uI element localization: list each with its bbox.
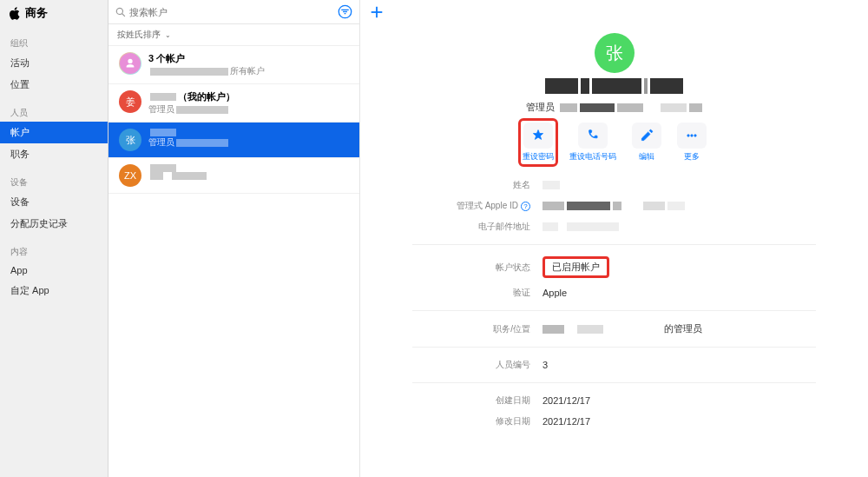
account-name: 3 个帐户 bbox=[148, 52, 349, 65]
action-label: 编辑 bbox=[639, 151, 654, 162]
field-label-verify: 验证 bbox=[412, 287, 542, 299]
field-value-personid: 3 bbox=[542, 360, 548, 370]
action-label: 重设密码 bbox=[523, 151, 554, 162]
apple-logo-icon bbox=[9, 7, 20, 20]
svg-point-8 bbox=[694, 135, 695, 136]
svg-point-7 bbox=[690, 135, 692, 136]
field-label-email: 电子邮件地址 bbox=[412, 221, 542, 233]
reset-phone-icon bbox=[578, 123, 608, 149]
account-name bbox=[148, 129, 349, 136]
sort-dropdown[interactable]: 按姓氏排序 ⌄ bbox=[108, 24, 359, 46]
account-list-item[interactable]: 3 个帐户所有帐户 bbox=[108, 46, 359, 84]
search-icon bbox=[115, 7, 126, 17]
account-subtext: 所有帐户 bbox=[148, 65, 349, 77]
sidebar-section-title: 内容 bbox=[0, 243, 108, 261]
avatar: 姜 bbox=[119, 90, 141, 113]
sidebar-section-title: 设备 bbox=[0, 174, 108, 191]
more-button[interactable]: 更多 bbox=[677, 123, 707, 162]
field-label-created: 创建日期 bbox=[412, 394, 542, 407]
search-input[interactable] bbox=[129, 7, 338, 17]
avatar: 张 bbox=[119, 129, 141, 151]
sidebar-item[interactable]: 帐户 bbox=[0, 122, 108, 143]
sidebar-item[interactable]: 分配历史记录 bbox=[0, 213, 108, 235]
reset-password-button[interactable]: 重设密码 bbox=[523, 123, 554, 162]
field-label-name: 姓名 bbox=[412, 179, 542, 191]
sidebar-section-title: 人员 bbox=[0, 104, 108, 122]
sidebar-item[interactable]: App bbox=[0, 261, 108, 280]
avatar: ZX bbox=[119, 164, 141, 187]
sidebar-item[interactable]: 职务 bbox=[0, 143, 108, 165]
svg-point-6 bbox=[687, 135, 688, 136]
chevron-down-icon: ⌄ bbox=[165, 31, 171, 39]
field-label-personid: 人员编号 bbox=[412, 359, 542, 371]
field-label-modified: 修改日期 bbox=[412, 415, 542, 427]
action-label: 更多 bbox=[684, 151, 700, 162]
detail-name-redacted bbox=[545, 78, 684, 94]
search-row bbox=[108, 0, 359, 24]
filter-icon[interactable] bbox=[338, 4, 352, 19]
detail-panel: 张 管理员 重设密码重设电话号码编辑更多 姓名 管理式 Apple ID? 电子… bbox=[360, 0, 868, 477]
account-subtext bbox=[148, 172, 349, 180]
field-value-created: 2021/12/17 bbox=[542, 395, 590, 406]
sidebar-item[interactable]: 活动 bbox=[0, 52, 108, 74]
account-list-panel: 按姓氏排序 ⌄ 3 个帐户所有帐户姜（我的帐户）管理员张管理员ZX bbox=[108, 0, 360, 477]
account-subtext: 管理员 bbox=[148, 103, 349, 116]
more-icon bbox=[677, 123, 707, 149]
detail-avatar: 张 bbox=[595, 33, 635, 73]
edit-icon bbox=[632, 123, 661, 149]
app-title: 商务 bbox=[25, 5, 48, 21]
account-subtext: 管理员 bbox=[148, 136, 349, 149]
field-label-status: 帐户状态 bbox=[412, 262, 542, 274]
account-list-item[interactable]: 张管理员 bbox=[108, 123, 359, 158]
detail-role-line: 管理员 bbox=[526, 101, 702, 114]
app-header: 商务 bbox=[0, 0, 108, 26]
status-highlight: 已启用帐户 bbox=[542, 256, 609, 278]
sidebar-item[interactable]: 自定 App bbox=[0, 280, 108, 301]
sidebar-item[interactable]: 位置 bbox=[0, 74, 108, 96]
add-icon[interactable] bbox=[369, 4, 385, 20]
sidebar-item[interactable]: 设备 bbox=[0, 191, 108, 213]
account-name bbox=[148, 164, 349, 172]
field-label-role: 职务/位置 bbox=[412, 323, 542, 335]
field-label-appleid: 管理式 Apple ID bbox=[457, 201, 518, 210]
info-icon[interactable]: ? bbox=[521, 202, 530, 211]
sidebar: 商务 组织活动位置人员帐户职务设备设备分配历史记录内容App自定 App bbox=[0, 0, 108, 477]
reset-password-icon bbox=[523, 123, 553, 149]
detail-fields: 姓名 管理式 Apple ID? 电子邮件地址 帐户状态已启用帐户 验证Appl… bbox=[360, 175, 868, 449]
sidebar-section-title: 组织 bbox=[0, 35, 108, 52]
account-list-item[interactable]: ZX bbox=[108, 158, 359, 194]
field-value-verify: Apple bbox=[542, 288, 567, 298]
account-list-item[interactable]: 姜（我的帐户）管理员 bbox=[108, 84, 359, 123]
reset-phone-button[interactable]: 重设电话号码 bbox=[569, 123, 616, 162]
action-label: 重设电话号码 bbox=[569, 151, 616, 162]
avatar bbox=[119, 52, 141, 75]
field-value-status: 已启用帐户 bbox=[552, 262, 600, 272]
edit-button[interactable]: 编辑 bbox=[632, 123, 661, 162]
detail-toolbar bbox=[360, 0, 868, 24]
sort-label: 按姓氏排序 bbox=[117, 30, 161, 39]
field-value-role: 的管理员 bbox=[664, 322, 702, 335]
detail-header: 张 管理员 重设密码重设电话号码编辑更多 bbox=[360, 24, 868, 175]
account-name: （我的帐户） bbox=[148, 90, 349, 103]
field-value-modified: 2021/12/17 bbox=[542, 416, 590, 427]
